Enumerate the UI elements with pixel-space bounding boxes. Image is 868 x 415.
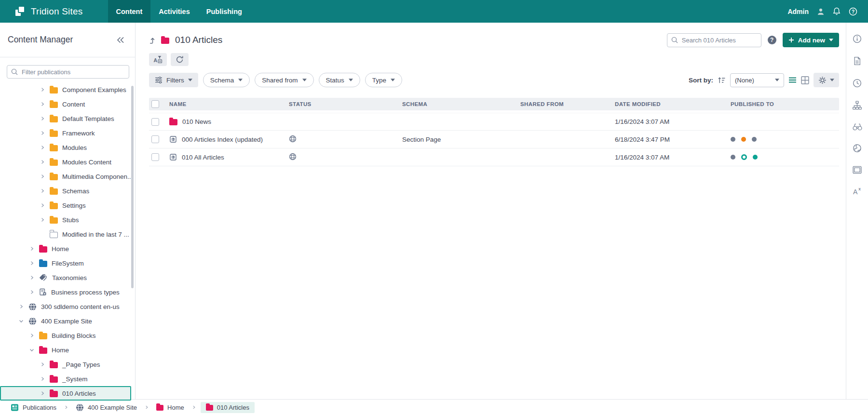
column-header-schema[interactable]: SCHEMA <box>402 101 520 107</box>
list-view-icon[interactable] <box>788 77 797 83</box>
column-header-status[interactable]: STATUS <box>289 101 402 107</box>
collapse-sidebar-icon[interactable] <box>116 36 125 44</box>
chevron-right-icon[interactable] <box>40 390 45 397</box>
search-help-icon[interactable]: ? <box>768 36 776 44</box>
tree-item-modules-content[interactable]: Modules Content <box>0 155 131 169</box>
chevron-right-icon[interactable] <box>29 260 35 267</box>
chevron-right-icon[interactable] <box>40 86 45 93</box>
globe-icon[interactable] <box>853 144 862 153</box>
tree-item-system[interactable]: _System <box>0 372 131 386</box>
table-row-010-all-articles[interactable]: 010 All Articles1/16/2024 3:07 AM <box>149 148 839 166</box>
tree-item-business-process-types[interactable]: Business process types <box>0 285 131 299</box>
item-name[interactable]: 010 News <box>182 118 211 125</box>
search-input[interactable] <box>667 33 761 47</box>
breadcrumb-item-home[interactable]: Home <box>153 402 187 413</box>
tree-item-modules[interactable]: Modules <box>0 140 131 155</box>
tree-item-400-example-site[interactable]: 400 Example Site <box>0 314 131 328</box>
chevron-right-icon[interactable] <box>40 115 45 122</box>
chevron-right-icon[interactable] <box>40 187 45 194</box>
tab-content[interactable]: Content <box>108 0 151 23</box>
filter-publications-input[interactable] <box>7 65 129 79</box>
tree-item-content[interactable]: Content <box>0 97 131 111</box>
sort-select[interactable]: (None) <box>730 73 784 87</box>
breadcrumb-item-publications[interactable]: Publications <box>8 402 59 414</box>
column-header-name[interactable]: NAME <box>169 101 289 107</box>
chevron-down-icon[interactable] <box>18 318 24 324</box>
tab-activities[interactable]: Activities <box>150 0 198 23</box>
tree-item-component-examples[interactable]: Component Examples <box>0 82 131 97</box>
sort-direction-icon[interactable] <box>718 77 726 84</box>
chevron-right-icon[interactable] <box>40 173 45 180</box>
filters-button[interactable]: Filters <box>149 73 198 87</box>
filter-pill-type[interactable]: Type <box>365 73 402 87</box>
tree-item-home[interactable]: Home <box>0 343 131 357</box>
tree-item-page-types[interactable]: _Page Types <box>0 357 131 372</box>
chevron-right-icon[interactable] <box>40 101 45 107</box>
tab-publishing[interactable]: Publishing <box>198 0 250 23</box>
grid-view-icon[interactable] <box>801 76 809 84</box>
view-settings-button[interactable] <box>814 73 839 87</box>
chevron-right-icon[interactable] <box>29 289 35 295</box>
chevron-right-icon[interactable] <box>40 144 45 151</box>
row-checkbox[interactable] <box>151 153 159 161</box>
monitor-icon[interactable] <box>853 166 862 174</box>
tree-item-schemas[interactable]: Schemas <box>0 184 131 198</box>
chevron-right-icon[interactable] <box>40 375 45 382</box>
item-name[interactable]: 000 Articles Index (updated) <box>182 136 263 143</box>
user-avatar-icon[interactable] <box>817 8 825 15</box>
chevron-right-icon[interactable] <box>29 274 35 281</box>
chevron-right-icon[interactable] <box>29 332 35 339</box>
tree-item-default-templates[interactable]: Default Templates <box>0 111 131 126</box>
column-header-shared-from[interactable]: SHARED FROM <box>520 101 615 107</box>
tree-item-home[interactable]: Home <box>0 241 131 256</box>
chevron-right-icon[interactable] <box>40 216 45 223</box>
tree-item-settings[interactable]: Settings <box>0 198 131 213</box>
tree-item-building-blocks[interactable]: Building Blocks <box>0 328 131 343</box>
document-icon[interactable] <box>853 56 861 66</box>
chevron-down-icon[interactable] <box>29 347 35 353</box>
filter-pill-shared-from[interactable]: Shared from <box>255 73 313 87</box>
help-icon[interactable]: ? <box>849 7 857 16</box>
go-up-level-icon[interactable] <box>149 37 156 44</box>
chevron-right-icon[interactable] <box>29 245 35 252</box>
chevron-right-icon[interactable] <box>40 159 45 165</box>
tree-item-framework[interactable]: Framework <box>0 126 131 140</box>
breadcrumb-item-400-example-site[interactable]: 400 Example Site <box>73 402 140 414</box>
table-row-010-news[interactable]: 010 News1/16/2024 3:07 AM <box>149 113 839 131</box>
tree-item-modified-in-the-last-7[interactable]: Modified in the last 7 ... <box>0 227 131 241</box>
chevron-right-icon[interactable] <box>40 361 45 368</box>
name-filter-button[interactable]: A <box>149 53 167 66</box>
column-header-published-to[interactable]: PUBLISHED TO <box>731 101 839 107</box>
tree-item-filesystem[interactable]: FileSystem <box>0 256 131 270</box>
folder-icon <box>39 246 47 253</box>
breadcrumb-item-010-articles[interactable]: 010 Articles <box>201 402 255 413</box>
chevron-right-icon[interactable] <box>40 202 45 209</box>
row-checkbox[interactable] <box>151 118 159 126</box>
refresh-button[interactable] <box>171 53 189 66</box>
filter-pill-schema[interactable]: Schema <box>203 73 250 87</box>
item-name[interactable]: 010 All Articles <box>182 154 224 161</box>
tree-item-multimedia-componen[interactable]: Multimedia Componen... <box>0 169 131 184</box>
sitemap-icon[interactable] <box>853 101 862 110</box>
sidebar-scrollbar[interactable] <box>131 86 134 288</box>
row-checkbox[interactable] <box>151 135 159 143</box>
breadcrumb-label: 400 Example Site <box>88 404 137 411</box>
column-header-date-modified[interactable]: DATE MODIFIED <box>615 101 731 107</box>
svg-text:A: A <box>154 57 158 63</box>
filter-pill-status[interactable]: Status <box>319 73 360 87</box>
published-to-dots <box>731 137 839 142</box>
tree-item-010-articles[interactable]: 010 Articles <box>0 386 131 401</box>
binoculars-icon[interactable] <box>853 123 862 131</box>
notifications-bell-icon[interactable] <box>833 7 841 15</box>
tree-item-stubs[interactable]: Stubs <box>0 213 131 227</box>
tree-item-300-sdldemo-content-en-us[interactable]: 300 sdldemo content en-us <box>0 299 131 314</box>
table-row-000-articles-index-updated[interactable]: 000 Articles Index (updated)Section Page… <box>149 131 839 148</box>
tree-item-taxonomies[interactable]: Taxonomies <box>0 270 131 285</box>
clock-icon[interactable] <box>853 79 862 88</box>
add-new-button[interactable]: Add new <box>783 33 839 47</box>
chevron-right-icon[interactable] <box>40 130 45 136</box>
select-all-checkbox[interactable] <box>151 100 159 108</box>
info-icon[interactable] <box>853 34 862 43</box>
chevron-right-icon[interactable] <box>18 303 24 310</box>
translate-icon[interactable]: Ax <box>853 187 862 195</box>
